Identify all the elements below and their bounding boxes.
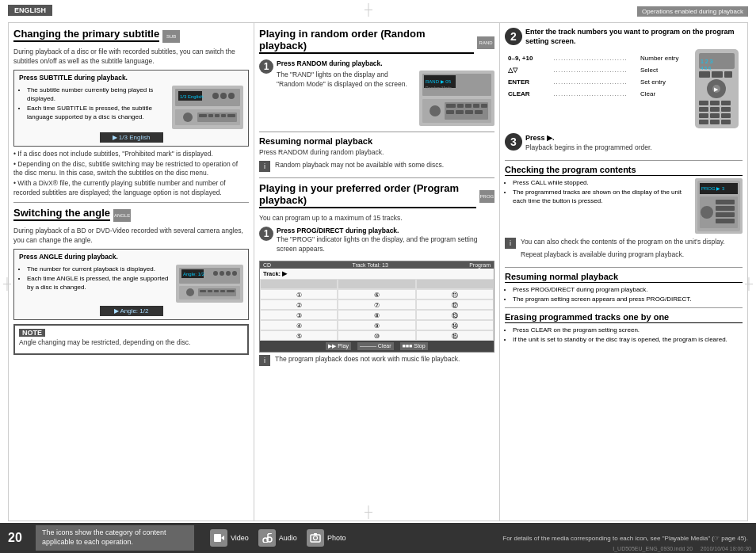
step3-title: Press ▶.: [525, 133, 743, 143]
program-step1: 1 Press PROG/DIRECT during playback. The…: [259, 227, 494, 258]
key-row-0910: 0–9, +10 ............................. N…: [506, 54, 685, 64]
checking-bullets: Press CALL while stopped. The programmed…: [513, 178, 692, 206]
svg-text:RAND  ▶ 05: RAND ▶ 05: [426, 79, 452, 84]
random-note-text: Random playback may not be available wit…: [275, 161, 444, 170]
subtitle-section-title: Changing the primary subtitle: [13, 28, 159, 42]
key-name-0910: 0–9, +10: [506, 54, 550, 64]
resuming-normal-section: Resuming normal playback Press PROG/DIRE…: [505, 272, 743, 303]
prog-col-1-header: [260, 279, 338, 289]
left-column: Changing the primary subtitle SUBTITLE D…: [9, 23, 254, 521]
erasing-bullets: Press CLEAR on the program setting scree…: [513, 326, 743, 344]
svg-rect-55: [699, 71, 710, 78]
random-section-title: Playing in random order (Random playback…: [259, 28, 474, 54]
angle-icon: ANGLE: [113, 209, 131, 222]
file-stamp: I_UD505EU_ENG_0930.indd 20: [613, 546, 693, 551]
prog-cell-r5c1: ⑤: [260, 330, 338, 341]
svg-rect-58: [699, 101, 708, 105]
footer-photo-item: Photo: [307, 529, 346, 547]
svg-rect-64: [699, 113, 708, 118]
key-dots-0910: .............................: [552, 54, 637, 64]
key-dots-clear: .............................: [552, 90, 637, 100]
key-dots-enter: .............................: [552, 78, 637, 88]
prog-step1-title: Press PROG/DIRECT during playback.: [277, 227, 399, 235]
language-bar: ENGLISH: [8, 5, 52, 16]
step3-desc: Playback begins in the programmed order.: [525, 143, 743, 153]
program-screen: CD Track Total: 13 Program Track: ▶ ①: [259, 261, 494, 353]
prog-cell-r2c1: ②: [260, 299, 338, 310]
angle-device-img: Angle: 1/2: [176, 265, 243, 304]
note-label: NOTE: [19, 329, 45, 337]
prog-cell-r2c3: ⑫: [416, 299, 494, 310]
svg-rect-76: [716, 200, 735, 204]
prog-footer-clear: ——— Clear: [357, 342, 394, 350]
subtitle-display-bar: ▶ 1/3 English: [100, 132, 163, 143]
checking-program-title: Checking the program contents: [505, 165, 743, 176]
key-row-enter: ENTER ............................. Set …: [506, 78, 685, 88]
right-column: 2 Enter the track numbers you want to pr…: [500, 23, 747, 521]
svg-point-24: [186, 288, 194, 296]
key-action-enter: Set entry: [639, 78, 685, 88]
resuming-normal-title: Resuming normal playback: [505, 272, 743, 283]
angle-bullet-1: The number for current playback is displ…: [27, 265, 173, 273]
prog-cell-r3c2: ⑧: [338, 310, 415, 320]
prog-step1-desc: The "PROG" indicator lights on the displ…: [277, 235, 494, 254]
angle-box-title: Press ANGLE during playback.: [19, 253, 118, 261]
svg-point-87: [313, 536, 317, 540]
svg-rect-79: [716, 219, 735, 223]
prog-cell-r1c2: ⑥: [338, 289, 415, 299]
resuming-bullet-2: The program setting screen appears and p…: [513, 295, 743, 303]
step2-title: Enter the track numbers you want to prog…: [525, 28, 743, 46]
angle-section-title: Switching the angle: [13, 207, 110, 221]
svg-rect-27: [208, 290, 212, 292]
svg-rect-66: [721, 113, 731, 118]
svg-rect-60: [721, 101, 731, 105]
subtitle-note-3: • With a DivX® file, the currently playi…: [13, 179, 249, 198]
svg-rect-39: [446, 104, 456, 108]
svg-point-6: [228, 93, 235, 99]
program-intro: You can program up to a maximum of 15 tr…: [259, 214, 494, 223]
program-playback-section: Playing in your preferred order (Program…: [259, 182, 494, 368]
checking-bullet-2: The programmed tracks are shown on the d…: [513, 188, 692, 205]
angle-bullet-2: Each time ANGLE is pressed, the angle su…: [27, 274, 173, 292]
svg-rect-26: [200, 290, 206, 292]
svg-rect-40: [457, 104, 464, 108]
note-icon: i: [259, 161, 270, 172]
svg-text:4 5 6: 4 5 6: [701, 66, 712, 71]
checking-device: PROG ▶ 3: [695, 178, 743, 235]
resuming-bullet-1: Press PROG/DIRECT during program playbac…: [513, 285, 743, 294]
subtitle-bullet-2: Each time SUBTITLE is pressed, the subti…: [27, 104, 169, 121]
svg-rect-30: [227, 290, 235, 292]
random-icon: RAND: [477, 36, 494, 49]
svg-text:Angle: 1/2: Angle: 1/2: [183, 272, 205, 276]
program-icon: PROG: [479, 190, 494, 203]
photo-icon: [307, 529, 324, 547]
svg-point-20: [220, 271, 224, 276]
svg-point-22: [232, 271, 237, 276]
prog-col-3-header: [416, 279, 494, 289]
random-device-area: RAND ▶ 05 Random Mode: [419, 71, 494, 128]
svg-rect-77: [716, 206, 735, 211]
random-playback-section: Playing in random order (Random playback…: [259, 28, 494, 174]
svg-line-85: [268, 533, 272, 534]
svg-rect-42: [473, 104, 479, 108]
random-step1-title: Press RANDOM during playback.: [277, 59, 383, 67]
prog-header-track: Track Total: 13: [352, 262, 388, 268]
resume-normal-desc: Press RANDOM during random playback.: [259, 148, 494, 158]
angle-display-icon: ▶: [114, 307, 119, 315]
prog-cell-r3c3: ⑬: [416, 310, 494, 320]
svg-marker-81: [221, 536, 224, 540]
prog-cell-r1c3: ⑪: [416, 289, 494, 299]
svg-point-21: [226, 271, 231, 276]
svg-rect-67: [699, 120, 708, 124]
subtitle-display-icon: ▶: [113, 134, 117, 141]
angle-note-text: Angle changing may be restricted, depend…: [19, 338, 243, 348]
checking-note-text2: Repeat playback is available during prog…: [521, 250, 725, 260]
random-step1-desc: The "RAND" lights on the display and "Ra…: [277, 71, 416, 90]
erasing-bullet-2: If the unit is set to standby or the dis…: [513, 335, 743, 344]
erasing-bullet-1: Press CLEAR on the program setting scree…: [513, 326, 743, 334]
svg-rect-45: [456, 110, 464, 114]
key-table: 0–9, +10 ............................. N…: [505, 52, 686, 101]
svg-point-37: [430, 105, 441, 116]
changing-subtitle-section: Changing the primary subtitle SUBTITLE D…: [13, 28, 249, 198]
subtitle-display-text: 1/3 English: [119, 134, 151, 141]
